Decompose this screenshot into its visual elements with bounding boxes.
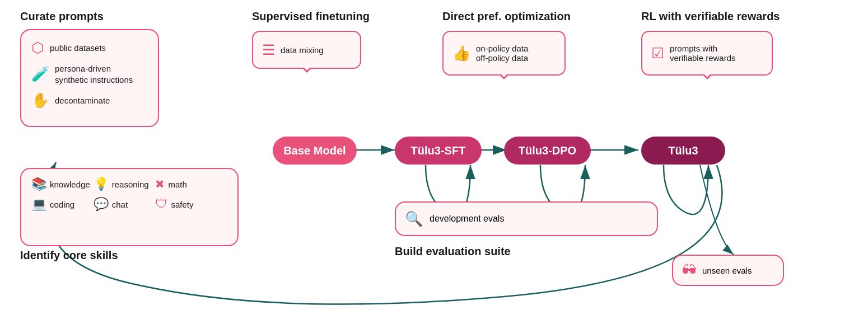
skill-safety: 🛡 safety (155, 197, 214, 212)
tulu3-sft-button: Tülu3-SFT (395, 137, 482, 165)
dpo-label: Direct pref. optimization (442, 10, 571, 23)
curate-item-decontaminate: ✋ decontaminate (31, 92, 133, 109)
identify-core-skills-label: Identify core skills (20, 249, 118, 262)
skill-chat: 💬 chat (94, 197, 152, 212)
tulu3-dpo-button: Tülu3-DPO (504, 137, 591, 165)
rl-label: RL with verifiable rewards (641, 10, 780, 23)
development-evals-box: 🔍 development evals (395, 201, 658, 236)
main-diagram: Curate prompts ⬡ public datasets 🧪 perso… (0, 0, 868, 324)
tulu3-button: Tülu3 (641, 137, 725, 165)
skill-coding: 💻 coding (31, 197, 90, 212)
unseen-evals-box: 🕶 unseen evals (672, 255, 784, 286)
skill-reasoning: 💡 reasoning (94, 177, 152, 191)
skill-math: ✖ math (155, 177, 214, 191)
curate-prompts-label: Curate prompts (20, 10, 104, 23)
curate-prompts-box: ⬡ public datasets 🧪 persona-drivensynthe… (20, 29, 159, 127)
base-model-button: Base Model (273, 137, 357, 165)
dpo-bubble: 👍 on-policy data off-policy data (442, 31, 566, 76)
rl-bubble: ☑ prompts with verifiable rewards (641, 31, 773, 76)
curate-item-persona-driven: 🧪 persona-drivensynthetic instructions (31, 63, 133, 85)
sft-bubble: ☰ data mixing (252, 31, 361, 69)
skills-box: 📚 knowledge 💡 reasoning ✖ math 💻 coding … (20, 168, 239, 246)
skill-knowledge: 📚 knowledge (31, 177, 90, 191)
build-eval-suite-label: Build evaluation suite (395, 245, 511, 258)
curate-item-public-datasets: ⬡ public datasets (31, 39, 133, 57)
supervised-finetuning-label: Supervised finetuning (252, 10, 370, 23)
